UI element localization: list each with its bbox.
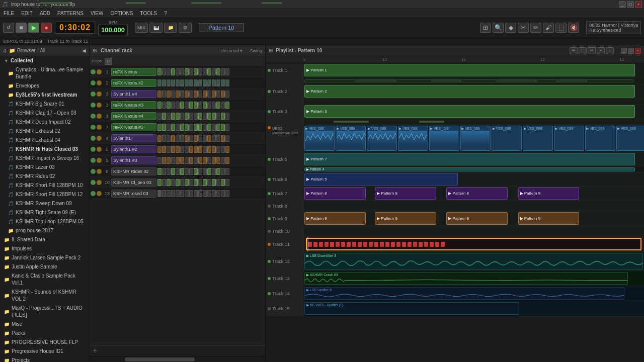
channel-power-11[interactable] [91, 180, 96, 185]
sidebar-item-kanic[interactable]: 📁Kanic & Clasio Sample Pack Vol.1 [0, 272, 89, 288]
pad[interactable] [185, 113, 189, 120]
track-content-6[interactable]: ▶ Pattern 5 [303, 172, 644, 186]
sidebar-item-lazer[interactable]: 🎵KSHMR Lazer 03 [0, 163, 89, 172]
pad[interactable] [180, 90, 184, 98]
pad[interactable] [167, 113, 171, 120]
pad[interactable] [194, 135, 198, 142]
pad[interactable] [176, 168, 180, 175]
sidebar-item-rides02[interactable]: 🎵KSHMR Rides 02 [0, 172, 89, 181]
pad[interactable] [216, 90, 220, 98]
browser-btn[interactable]: 📁 [164, 23, 177, 33]
pad[interactable] [198, 102, 202, 109]
pad[interactable] [185, 102, 189, 109]
pad[interactable] [176, 179, 180, 186]
track-content-8[interactable] [303, 201, 644, 211]
pattern-block-9d[interactable]: ▶ Pattern 9 [518, 212, 580, 225]
synth-block-10[interactable]: ▶ VES_088 [585, 126, 615, 151]
pad[interactable] [194, 157, 198, 164]
play-btn[interactable]: ▶ [28, 23, 39, 33]
pad[interactable] [180, 146, 184, 153]
pad[interactable] [207, 79, 211, 86]
pad[interactable] [162, 157, 166, 164]
sidebar-item-envelopes[interactable]: 📁Envelopes [0, 81, 89, 90]
track-content-15[interactable]: ▶ KC Vol.3 - Uplifter (1) [303, 301, 644, 316]
pad[interactable] [207, 157, 211, 164]
pad[interactable] [221, 90, 225, 98]
synth-block-5[interactable]: ▶ VES_088 [429, 126, 459, 151]
pad[interactable] [171, 179, 175, 186]
pad[interactable] [203, 102, 207, 109]
sidebar-item-packs[interactable]: 📁Packs [0, 329, 89, 338]
playlist-tool-3[interactable]: ✂ [588, 47, 596, 54]
sidebar-item-short-fill10[interactable]: 🎵KSHMR Short Fill 128BPM 10 [0, 181, 89, 190]
channel-power-1[interactable] [91, 69, 96, 74]
pad[interactable] [189, 135, 193, 142]
sidebar-item-top-loop[interactable]: 🎵KSHMR Top Loop 128BPM 05 [0, 217, 89, 226]
pad[interactable] [198, 146, 202, 153]
minimize-btn[interactable]: _ [619, 1, 626, 8]
pad[interactable] [162, 146, 166, 153]
pad[interactable] [194, 113, 198, 120]
pad[interactable] [171, 157, 175, 164]
draw-btn[interactable]: ✏ [530, 23, 541, 33]
pad[interactable] [189, 68, 193, 75]
synth-block-8[interactable]: ▶ VES_088 [523, 126, 553, 151]
track-content-7[interactable]: ▶ Pattern 8 ▶ Pattern 8 ▶ Pattern 8 ▶ Pa… [303, 187, 644, 200]
channel-name-4[interactable]: reFX Nexus #3 [111, 101, 156, 109]
record-btn[interactable]: ● [41, 23, 52, 33]
pattern-block-7[interactable]: ▶ Pattern 7 [304, 153, 635, 165]
pad[interactable] [167, 157, 171, 164]
menu-add[interactable]: ADD [38, 10, 52, 17]
pad[interactable] [225, 168, 229, 175]
paint-btn[interactable]: 🖌 [543, 23, 554, 33]
sidebar-item-justin[interactable]: 📁Justin Apple Sample [0, 262, 89, 272]
pad[interactable] [189, 124, 193, 131]
playlist-win-close[interactable]: × [635, 48, 641, 54]
pattern-block-8c[interactable]: ▶ Pattern 8 [446, 187, 508, 200]
pad[interactable] [203, 68, 207, 75]
pad[interactable] [162, 68, 166, 75]
channel-name-10[interactable]: KSHMR Rides 02 [111, 167, 156, 175]
pad[interactable] [198, 168, 202, 175]
pad[interactable] [212, 168, 216, 175]
pad[interactable] [212, 79, 216, 86]
synth-block-2[interactable]: ▶ VES_088 [336, 126, 366, 151]
track-content-14[interactable]: ▶ LSE Uplifter 6 [303, 286, 644, 301]
pad[interactable] [171, 113, 175, 120]
pad[interactable] [185, 190, 189, 197]
pad[interactable] [171, 102, 175, 109]
pad[interactable] [203, 179, 207, 186]
pad[interactable] [212, 179, 216, 186]
track-content-5b[interactable]: ▶ Pattern 4 [303, 166, 644, 172]
pad[interactable] [185, 179, 189, 186]
pad[interactable] [216, 157, 220, 164]
select-btn[interactable]: ⬚ [555, 23, 567, 33]
pad[interactable] [157, 90, 162, 98]
pad[interactable] [167, 179, 171, 186]
track-content-10[interactable] [303, 226, 644, 236]
pad[interactable] [176, 157, 180, 164]
pad[interactable] [194, 124, 198, 131]
pad[interactable] [198, 157, 202, 164]
zoom-btn[interactable]: 🔍 [493, 23, 504, 33]
pad[interactable] [198, 68, 202, 75]
sidebar-item-hihats-closed[interactable]: 🎵KSHMR Hi Hats Closed 03 [0, 145, 89, 154]
mixer-btn[interactable]: MIX [135, 23, 148, 33]
synth-block-1[interactable]: ▶ VES_088 [304, 126, 335, 151]
menu-edit[interactable]: EDIT [20, 10, 34, 17]
pattern-block-2[interactable]: ▶ Pattern 2 [304, 85, 635, 98]
track-content-13[interactable]: ▶ KSHMR Crash 03 [303, 271, 644, 286]
channel-mute-2[interactable] [97, 80, 102, 85]
channel-mute-3[interactable] [97, 92, 102, 97]
pad[interactable] [171, 168, 175, 175]
rack-btn[interactable]: ⚙ [179, 23, 192, 33]
synth-block-3[interactable]: ▶ VES_088 [367, 126, 397, 151]
pad[interactable] [185, 146, 189, 153]
pad[interactable] [212, 135, 216, 142]
pad[interactable] [203, 113, 207, 120]
track-content-5[interactable]: ▶ Pattern 7 [303, 152, 644, 166]
sidebar-item-exhaust02[interactable]: 🎵KSHMR Exhaust 02 [0, 127, 89, 136]
pad[interactable] [162, 190, 166, 197]
close-btn[interactable]: × [635, 1, 642, 8]
channel-scrollthumb[interactable] [125, 357, 195, 361]
